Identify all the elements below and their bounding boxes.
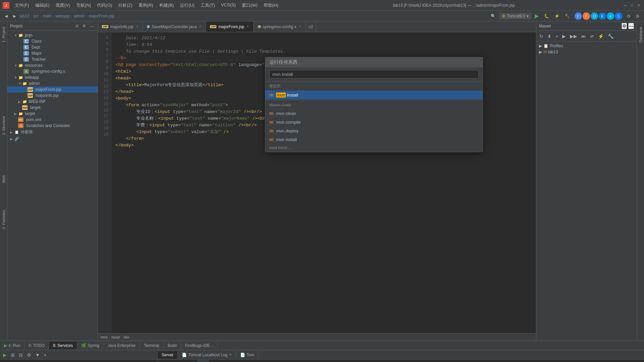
maven-lab13[interactable]: ▶ M lab13 [536,49,637,55]
menu-build[interactable]: 构建(B) [157,2,176,9]
popup-recent-mvn-install[interactable]: m mvn install [265,90,483,99]
tab-majorFrom[interactable]: JSP majorFrom.jsp ✕ [206,21,254,32]
services-add[interactable]: + [42,352,48,358]
debug-button[interactable]: 🐛 [542,13,551,19]
menu-analyze[interactable]: 分析(Z) [115,2,135,9]
services-filter2[interactable]: ▼ [34,352,42,358]
breadcrumb-html[interactable]: html [101,335,108,339]
nav-forward[interactable]: ▶ [11,13,18,19]
menu-run[interactable]: 运行(U) [177,2,197,9]
tab-run[interactable]: ▶ 4: Run [0,342,24,349]
project-tab[interactable]: 1: Project [0,24,7,45]
tree-item-scratches[interactable]: ▶ 📋 外部库 [7,129,98,136]
database-tab[interactable]: Database [637,24,644,45]
edge-icon[interactable]: E [599,12,606,20]
run-button[interactable]: ▶ [533,12,541,20]
maven-toggle[interactable]: ⇄ [588,33,596,40]
tree-item-teacher[interactable]: C Teacher [7,56,98,62]
breadcrumb-src[interactable]: src [33,14,39,18]
tab-close-springmvc[interactable]: ✕ [299,24,302,29]
menu-edit[interactable]: 编辑(E) [33,2,52,9]
run-config-selector[interactable]: ⚙ Tomcat9.0 ▾ [499,13,531,19]
minimize-button[interactable]: — [623,3,628,8]
tab-saveMajor[interactable]: J SaveMajorController.java ✕ [143,21,206,32]
tab-close-majorInfo[interactable]: ✕ [136,24,139,29]
tab-majorInfo[interactable]: JSP majorInfo.jsp ✕ [98,21,143,32]
tab-findbugs[interactable]: FindBugs-IDE... [181,342,218,349]
close-button[interactable]: ✕ [636,3,641,8]
popup-mvn-install[interactable]: m mvn install [265,135,483,144]
tab-build[interactable]: Build [164,342,181,349]
breadcrumb-admin[interactable]: admin [73,14,85,18]
breadcrumb-file[interactable]: majorFrom.jsp [89,14,114,18]
maven-profiles[interactable]: ▶ 📋 Profiles [536,43,637,49]
firefox-icon[interactable]: F [583,12,590,20]
tab-todo[interactable]: 6: TODO [24,342,49,349]
tab-close-majorFrom[interactable]: ✕ [246,24,249,29]
popup-mvn-clean[interactable]: m mvn clean [265,109,483,118]
tree-item-webapp[interactable]: ▼ 📁 webapp [7,74,98,80]
breadcrumb-project[interactable]: lab13 [19,14,29,18]
tree-item-dept[interactable]: C Dept [7,44,98,50]
popup-mvn-compile[interactable]: m mvn compile [265,118,483,126]
project-hide[interactable]: — [89,23,95,29]
server-tab-server[interactable]: Server [158,351,178,359]
breadcrumb-head[interactable]: head [111,335,119,339]
tree-item-external[interactable]: ▶ 🔗 [7,136,98,142]
tab-java-enterprise[interactable]: Java Enterprise [104,342,140,349]
maven-skip[interactable]: ⏭ [580,33,588,40]
run-popup-search-input[interactable] [269,70,479,78]
maven-hide[interactable]: — [628,23,634,29]
breadcrumb-title[interactable]: title [124,335,129,339]
tree-item-index[interactable]: JSP target [7,105,98,111]
server-tab-localhost[interactable]: 📄 Tomcat Localhost Log ✕ [178,351,236,359]
structure-tab[interactable]: 2: Structure [0,113,7,138]
project-collapse-all[interactable]: ⊟ [74,23,80,29]
menu-nav[interactable]: 导航(N) [73,2,94,9]
tree-item-webinf[interactable]: ▶ 📁 WEB-INF [7,99,98,105]
menu-view[interactable]: 视图(V) [53,2,73,9]
nav-back[interactable]: ◀ [3,13,10,19]
ie-icon[interactable]: e [607,12,614,20]
build-button[interactable]: 🔨 [563,13,572,19]
tree-item-majorFrom[interactable]: JSP majorFrom.jsp [7,86,98,93]
tree-item-lab13iml[interactable]: IML pom.xml [7,117,98,123]
localhost-close[interactable]: ✕ [229,353,232,357]
services-filter[interactable]: ⚙ [25,352,33,358]
favorites-tab[interactable]: 2: Favorites [0,207,7,232]
menu-window[interactable]: 窗口(W) [239,2,260,9]
server-tab-tom[interactable]: 📄 Tom [236,351,259,359]
menu-file[interactable]: 文件(F) [12,2,32,9]
chrome-icon[interactable]: C [575,12,582,20]
maven-debug[interactable]: ▶▶ [568,33,579,40]
tree-item-major[interactable]: C Major [7,50,98,56]
tree-item-springmvc[interactable]: X springmvc-config.x [7,68,98,74]
breadcrumb-main[interactable]: main [43,14,51,18]
browser3-icon[interactable]: O [591,12,598,20]
maven-generate[interactable]: ⚡ [596,33,605,40]
tree-item-pom[interactable]: M Scratches and Consoles [7,123,98,129]
layout-button[interactable]: ⊞ [634,13,641,19]
menu-help[interactable]: 帮助(H) [261,2,281,9]
maven-settings[interactable]: ⚙ [622,23,627,29]
tab-springmvc[interactable]: X springmvc-config.x ✕ [254,21,306,32]
menu-code[interactable]: 代码(O) [94,2,115,9]
tree-item-target[interactable]: ▶ 📁 target [7,111,98,117]
services-run-btn[interactable]: ▶ [1,352,8,358]
popup-mvn-deploy[interactable]: m mvn deploy [265,126,483,135]
maven-wrench[interactable]: 🔧 [606,33,615,40]
tab-close-saveMajor[interactable]: ✕ [199,24,202,29]
maximize-button[interactable]: □ [629,3,635,8]
tree-item-admin[interactable]: ▼ 📁 admin [7,80,98,86]
tree-item-pojo[interactable]: ▼ 📁 pojo [7,32,98,38]
menu-tools[interactable]: 工具(T) [198,2,218,9]
menu-refactor[interactable]: 重构(R) [136,2,156,9]
menu-vcs[interactable]: VCS(S) [218,2,238,9]
project-settings[interactable]: ⚙ [81,23,87,29]
services-collapse[interactable]: ⊟ [17,352,24,358]
toolbar-settings[interactable]: ⚙ [625,13,633,19]
tree-item-resources[interactable]: ▼ 📁 resources [7,62,98,68]
profile-button[interactable]: ⚡ [552,13,561,19]
maven-add[interactable]: + [554,33,560,40]
services-expand[interactable]: ⊞ [9,352,16,358]
